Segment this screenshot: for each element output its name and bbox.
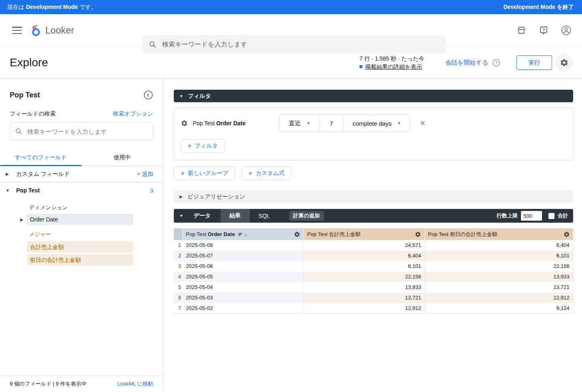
cell-date[interactable]: 2025-05-05 (183, 272, 304, 282)
field-search-input[interactable] (27, 128, 148, 135)
chevron-right-icon: ▶ (179, 194, 183, 199)
cell-date[interactable]: 2025-05-08 (183, 240, 304, 251)
table-corner-cell (174, 228, 183, 240)
cell-prev[interactable]: 13,721 (425, 282, 573, 293)
account-icon[interactable] (561, 25, 571, 36)
status-dot (359, 65, 363, 68)
cell-date[interactable]: 2025-05-03 (183, 293, 304, 303)
new-group-button[interactable]: + 新しいグループ (174, 166, 235, 180)
cell-total[interactable]: 6,404 (304, 251, 425, 261)
table-row: 2 2025-05-07 6,404 6,101 (174, 251, 573, 261)
add-calculation-button[interactable]: 計算の追加 (289, 211, 324, 221)
cell-prev[interactable]: 9,124 (425, 303, 573, 313)
sort-desc-arrow-icon: ↓ (244, 231, 247, 237)
query-stats: 7 行 · 1.585 秒 · たった今 掲載結果の詳細を表示 (359, 55, 424, 71)
cell-total[interactable]: 13,721 (304, 293, 425, 303)
field-search-box[interactable] (10, 122, 153, 140)
cell-total[interactable]: 6,101 (304, 261, 425, 272)
row-number: 4 (174, 272, 183, 282)
measure-total-sales[interactable]: 合計売上金額 (27, 241, 133, 253)
cell-date[interactable]: 2025-05-06 (183, 261, 304, 272)
cell-date[interactable]: 2025-05-02 (183, 303, 304, 313)
run-button[interactable]: 実行 (517, 55, 552, 70)
column-gear-icon[interactable] (415, 231, 421, 238)
totals-checkbox[interactable] (548, 213, 555, 219)
filter-unit-dropdown[interactable]: complete days▼ (343, 114, 411, 132)
visualization-bar[interactable]: ▶ ビジュアリゼーション (174, 190, 573, 203)
cell-prev[interactable]: 6,101 (425, 251, 573, 261)
dimension-order-date[interactable]: ▶ Order Date (20, 214, 163, 225)
looker-logo[interactable]: Looker (31, 25, 74, 36)
table-body: 1 2025-05-08 24,571 6,404 2 2025-05-07 6… (174, 240, 573, 314)
cell-total[interactable]: 12,912 (304, 303, 425, 313)
filters-bar[interactable]: ▼ フィルタ (174, 90, 573, 102)
cell-prev[interactable]: 13,933 (425, 272, 573, 282)
filter-value-input[interactable]: 7 (320, 114, 343, 132)
remove-filter-icon[interactable]: ✕ (420, 119, 426, 128)
custom-fields-section[interactable]: ▶ カスタム フィールド + 追加 (0, 166, 163, 182)
svg-text:?: ? (542, 27, 545, 32)
collapse-sidebar-icon[interactable] (143, 90, 153, 100)
add-filter-button[interactable]: + フィルタ (181, 139, 225, 153)
column-header-prev-day-sales[interactable]: Pop Test 前日の合計売上金額 (425, 228, 573, 240)
column-gear-icon[interactable] (563, 231, 570, 238)
custom-expression-button[interactable]: + カスタム式 (242, 166, 291, 180)
tab-all-fields[interactable]: すべてのフィールド (0, 149, 82, 166)
table-row: 6 2025-05-03 13,721 12,912 (174, 293, 573, 303)
tab-sql[interactable]: SQL (250, 209, 279, 223)
cell-date[interactable]: 2025-05-04 (183, 282, 304, 293)
cell-date[interactable]: 2025-05-07 (183, 251, 304, 261)
tab-in-use[interactable]: 使用中 (82, 149, 163, 166)
go-to-lookml-link[interactable]: LookML に移動 (117, 380, 153, 388)
tab-results[interactable]: 結果 (221, 209, 250, 223)
field-search-label: フィールドの検索 (10, 110, 56, 118)
start-conversation-link[interactable]: 会話を開始する (445, 59, 488, 67)
dev-mode-message: 現在は Development Mode です。 (7, 4, 97, 11)
chevron-down-icon: ▼ (307, 121, 310, 125)
filter-condition-dropdown[interactable]: 直近▼ (279, 114, 320, 132)
explore-settings-button[interactable] (555, 54, 573, 72)
exit-dev-mode-link[interactable]: Development Mode を終了 (503, 4, 574, 11)
table-row: 3 2025-05-06 6,101 22,156 (174, 261, 573, 272)
selected-field-count: 3 (150, 188, 153, 194)
column-header-total-sales[interactable]: Pop Test 合計売上金額 (304, 228, 425, 240)
table-row: 7 2025-05-02 12,912 9,124 (174, 303, 573, 314)
column-gear-icon[interactable] (294, 231, 300, 238)
sidebar-footer: 9 個のフィールド | 9 件を表示中 LookML に移動 (0, 375, 163, 392)
logo-text: Looker (45, 25, 74, 36)
measure-prev-day-sales[interactable]: 前日の合計売上金額 (27, 254, 133, 266)
filter-panel: Pop Test Order Date 直近▼ 7 complete days▼… (174, 107, 573, 160)
cell-total[interactable]: 24,571 (304, 240, 425, 251)
plus-icon: + (249, 169, 253, 177)
add-custom-field-link[interactable]: + 追加 (137, 171, 153, 178)
row-number: 5 (174, 282, 183, 293)
marketplace-icon[interactable] (517, 25, 526, 35)
results-table: Pop Test Order Date ↓ Pop Test 合計売 (174, 228, 573, 314)
row-limit-input[interactable] (521, 211, 542, 221)
global-search[interactable] (142, 35, 445, 54)
search-icon (15, 127, 22, 135)
cell-total[interactable]: 13,933 (304, 282, 425, 293)
cell-prev[interactable]: 6,404 (425, 240, 573, 251)
explore-main: ▼ フィルタ Pop Test Order Date 直近▼ 7 (163, 79, 582, 392)
cell-total[interactable]: 22,156 (304, 272, 425, 282)
column-header-order-date[interactable]: Pop Test Order Date ↓ (183, 228, 304, 240)
table-row: 4 2025-05-05 22,156 13,933 (174, 272, 573, 282)
row-number: 6 (174, 293, 183, 303)
app-header: Looker ? (0, 14, 582, 46)
cell-prev[interactable]: 22,156 (425, 261, 573, 272)
table-header: Pop Test Order Date ↓ Pop Test 合計売 (174, 228, 573, 240)
search-options-link[interactable]: 検索オプション (113, 110, 153, 118)
svg-text:?: ? (495, 61, 498, 65)
results-details-link[interactable]: 掲載結果の詳細を表示 (365, 63, 422, 71)
question-circle-icon[interactable]: ? (492, 59, 500, 67)
help-icon[interactable]: ? (539, 25, 548, 35)
filter-field-label: Pop Test Order Date (193, 120, 279, 126)
view-group-row[interactable]: ▼ Pop Test 3 (0, 182, 163, 198)
page-title: Explore (10, 56, 48, 69)
global-search-input[interactable] (162, 41, 439, 48)
cell-prev[interactable]: 12,912 (425, 293, 573, 303)
menu-icon[interactable] (12, 27, 22, 34)
table-row: 5 2025-05-04 13,933 13,721 (174, 282, 573, 293)
filter-gear-icon[interactable] (181, 120, 188, 127)
